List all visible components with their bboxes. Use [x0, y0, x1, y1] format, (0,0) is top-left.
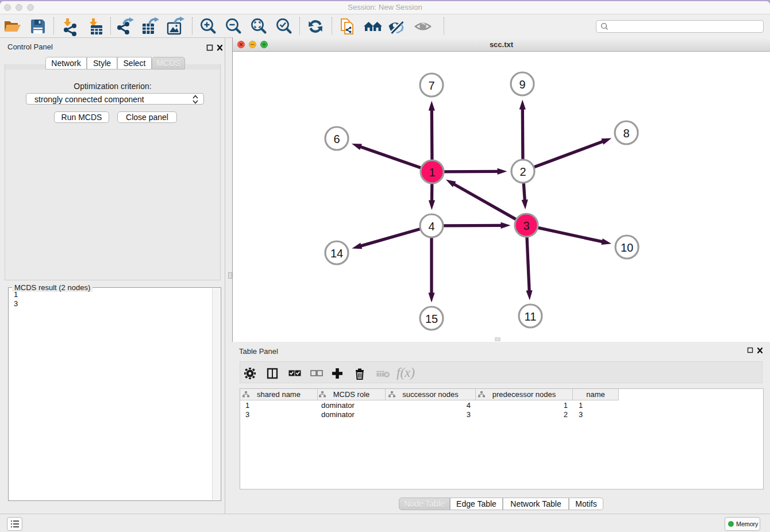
svg-text:11: 11 [525, 310, 537, 323]
svg-text:7: 7 [428, 79, 434, 92]
svg-text:10: 10 [621, 241, 633, 254]
svg-text:15: 15 [425, 313, 438, 325]
svg-text:14: 14 [330, 247, 343, 260]
svg-text:4: 4 [428, 220, 434, 233]
svg-text:3: 3 [523, 219, 529, 232]
svg-text:8: 8 [623, 127, 629, 140]
svg-text:6: 6 [333, 133, 340, 145]
svg-text:1: 1 [429, 166, 435, 179]
svg-text:2: 2 [519, 165, 526, 178]
svg-text:9: 9 [519, 78, 525, 91]
